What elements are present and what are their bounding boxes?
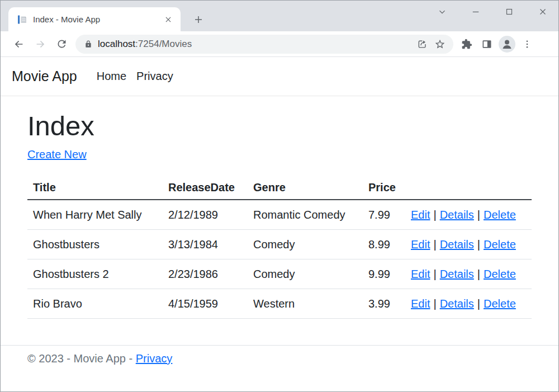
main-content: Index Create New Title ReleaseDate Genre…	[1, 96, 558, 319]
tab-search-button[interactable]	[433, 4, 451, 20]
col-releasedate-header: ReleaseDate	[163, 174, 248, 200]
toolbar-right-cluster	[458, 35, 536, 53]
reload-button[interactable]	[51, 34, 72, 54]
action-separator: |	[433, 209, 436, 221]
plus-icon	[193, 15, 203, 25]
movies-table-body: When Harry Met Sally 2/12/1989 Romantic …	[27, 200, 532, 319]
tab-title: Index - Movie App	[33, 15, 162, 24]
action-separator: |	[433, 297, 436, 310]
table-row: Ghostbusters 2 2/23/1986 Comedy 9.99 Edi…	[27, 259, 532, 289]
menu-button[interactable]	[518, 35, 536, 53]
details-link[interactable]: Details	[440, 209, 474, 221]
three-dot-menu-icon	[522, 39, 532, 49]
back-arrow-icon	[13, 38, 25, 50]
person-icon	[499, 36, 515, 53]
cell-price: 3.99	[363, 289, 405, 318]
maximize-button[interactable]	[500, 4, 518, 20]
share-button[interactable]	[413, 35, 431, 53]
cell-price: 9.99	[363, 259, 405, 289]
tab-strip: Index - Movie App	[1, 1, 558, 31]
forward-button[interactable]	[30, 34, 51, 54]
action-separator: |	[477, 209, 480, 221]
extensions-button[interactable]	[458, 35, 476, 53]
new-tab-button[interactable]	[190, 11, 207, 29]
cell-title: Ghostbusters	[27, 229, 163, 259]
edit-link[interactable]: Edit	[411, 209, 430, 221]
action-separator: |	[433, 238, 436, 251]
cell-price: 8.99	[363, 229, 405, 259]
side-panel-button[interactable]	[478, 35, 496, 53]
cell-release-date: 4/15/1959	[163, 289, 248, 318]
minimize-icon	[471, 7, 481, 17]
navbar-brand[interactable]: Movie App	[12, 68, 77, 84]
delete-link[interactable]: Delete	[484, 238, 516, 251]
page-footer: © 2023 - Movie App - Privacy	[1, 345, 558, 365]
avatar	[499, 36, 515, 53]
reload-icon	[56, 38, 68, 50]
edit-link[interactable]: Edit	[411, 238, 430, 251]
cell-actions: Edit|Details|Delete	[405, 229, 532, 259]
movies-table: Title ReleaseDate Genre Price When Harry…	[27, 174, 532, 319]
favicon-icon	[17, 15, 27, 25]
window-controls	[433, 4, 552, 20]
browser-window: Index - Movie App	[0, 0, 559, 392]
table-row: When Harry Met Sally 2/12/1989 Romantic …	[27, 200, 532, 230]
col-genre-header: Genre	[248, 174, 363, 200]
nav-link-home[interactable]: Home	[92, 70, 131, 83]
address-bar[interactable]: localhost:7254/Movies	[75, 35, 453, 54]
profile-button[interactable]	[498, 35, 516, 53]
close-window-button[interactable]	[534, 4, 552, 20]
cell-price: 7.99	[363, 200, 405, 230]
col-price-header: Price	[363, 174, 405, 200]
back-button[interactable]	[8, 34, 30, 54]
browser-tab[interactable]: Index - Movie App	[8, 7, 181, 31]
bookmark-button[interactable]	[431, 35, 449, 53]
cell-title: Rio Bravo	[27, 289, 163, 318]
action-separator: |	[477, 268, 480, 280]
puzzle-icon	[461, 39, 472, 50]
details-link[interactable]: Details	[440, 297, 474, 310]
cell-actions: Edit|Details|Delete	[405, 259, 532, 289]
create-new-link[interactable]: Create New	[27, 148, 87, 161]
url-path: :7254/Movies	[135, 39, 192, 49]
forward-arrow-icon	[34, 38, 46, 50]
table-header-row: Title ReleaseDate Genre Price	[27, 174, 532, 200]
action-separator: |	[477, 238, 480, 251]
url-host: localhost	[98, 39, 135, 49]
action-separator: |	[433, 268, 436, 280]
delete-link[interactable]: Delete	[484, 297, 516, 310]
cell-title: When Harry Met Sally	[27, 200, 163, 230]
cell-release-date: 3/13/1984	[163, 229, 248, 259]
details-link[interactable]: Details	[440, 238, 474, 251]
star-icon	[434, 39, 446, 50]
browser-toolbar: localhost:7254/Movies	[1, 31, 558, 57]
table-row: Rio Bravo 4/15/1959 Western 3.99 Edit|De…	[27, 289, 532, 318]
action-separator: |	[477, 297, 480, 310]
tab-close-button[interactable]	[162, 13, 175, 26]
footer-privacy-link[interactable]: Privacy	[136, 352, 173, 365]
close-icon	[164, 16, 172, 23]
cell-actions: Edit|Details|Delete	[405, 200, 532, 230]
nav-link-privacy[interactable]: Privacy	[131, 70, 178, 83]
edit-link[interactable]: Edit	[411, 268, 430, 280]
delete-link[interactable]: Delete	[484, 209, 516, 221]
edit-link[interactable]: Edit	[411, 297, 430, 310]
copyright-text: © 2023 - Movie App -	[27, 352, 132, 365]
lock-icon	[84, 40, 92, 48]
table-row: Ghostbusters 3/13/1984 Comedy 8.99 Edit|…	[27, 229, 532, 259]
minimize-button[interactable]	[467, 4, 485, 20]
cell-release-date: 2/12/1989	[163, 200, 248, 230]
delete-link[interactable]: Delete	[484, 268, 516, 280]
chevron-down-icon	[437, 7, 447, 17]
cell-genre: Comedy	[248, 229, 363, 259]
maximize-icon	[504, 7, 514, 17]
details-link[interactable]: Details	[440, 268, 474, 280]
cell-actions: Edit|Details|Delete	[405, 289, 532, 318]
col-title-header: Title	[27, 174, 163, 200]
col-actions-header	[405, 174, 532, 200]
page-title: Index	[27, 110, 532, 143]
site-navbar: Movie App Home Privacy	[1, 57, 558, 96]
cell-genre: Comedy	[248, 259, 363, 289]
share-icon	[416, 39, 428, 50]
cell-release-date: 2/23/1986	[163, 259, 248, 289]
